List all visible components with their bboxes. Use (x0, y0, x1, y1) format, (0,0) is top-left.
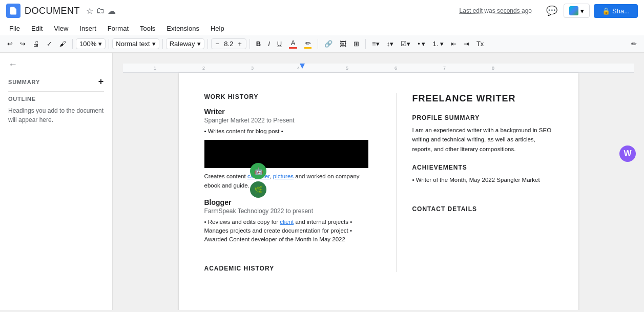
clear-format-button[interactable]: Tx (473, 38, 487, 49)
job1-link2[interactable]: pictures (273, 173, 294, 179)
menu-insert[interactable]: Insert (74, 23, 101, 34)
academic-history-label: ACADEMIC HISTORY (204, 265, 376, 272)
menu-bar: File Edit View Insert Format Tools Exten… (0, 22, 644, 35)
indent-less-button[interactable]: ⇤ (448, 38, 460, 49)
last-edit-text: Last edit was seconds ago (460, 7, 532, 14)
document-page: WORK HISTORY Writer Spangler Market 2022… (179, 73, 578, 310)
link-button[interactable]: 🔗 (321, 38, 336, 49)
job1-desc: Creates content calender, pictures and w… (204, 172, 376, 190)
svg-text:4: 4 (297, 66, 300, 71)
user-avatar: W (619, 145, 636, 162)
svg-text:5: 5 (346, 66, 348, 71)
bullet-list-button[interactable]: • ▾ (414, 38, 428, 49)
zoom-dropdown[interactable]: 100% ▾ (76, 38, 106, 49)
folder-icon[interactable]: 🗂 (96, 6, 105, 15)
meet-icon (569, 6, 578, 15)
cloud-icon[interactable]: ☁ (108, 6, 116, 16)
ai-tool-button-1[interactable]: 🤖 (250, 163, 266, 179)
sidebar-outline-label: OUTLINE (8, 96, 104, 102)
svg-text:6: 6 (394, 66, 397, 71)
doc-right-column: FREELANCE WRITER PROFILE SUMMARY I am an… (396, 93, 552, 272)
job1-bullet1: • Writes content for blog post • (204, 127, 376, 136)
job2-title: Blogger (204, 198, 376, 206)
font-size-control: − + (211, 38, 246, 49)
insert-button[interactable]: ⊞ (350, 38, 362, 49)
align-button[interactable]: ≡▾ (369, 38, 383, 49)
job1-company: Spangler Market 2022 to Present (204, 117, 376, 124)
profile-summary-title: PROFILE SUMMARY (412, 114, 552, 121)
floating-tools: 🤖 🌿 (250, 163, 266, 198)
bold-button[interactable]: B (253, 38, 264, 49)
numbered-list-button[interactable]: 1. ▾ (429, 38, 446, 49)
menu-extensions[interactable]: Extensions (161, 23, 204, 34)
separator-1 (72, 39, 73, 49)
font-size-input[interactable] (221, 40, 236, 48)
sidebar: ← SUMMARY + OUTLINE Headings you add to … (0, 53, 113, 310)
sidebar-summary-label: SUMMARY (8, 79, 40, 85)
meet-button[interactable]: ▾ (564, 4, 590, 18)
contact-section: CONTACT DETAILS (412, 205, 552, 213)
sidebar-add-button[interactable]: + (98, 76, 104, 87)
toolbar: ↩ ↪ 🖨 ✓ 🖌 100% ▾ Normal text ▾ Raleway ▾… (0, 35, 644, 53)
document-area: 1 2 3 4 5 6 7 8 🤖 🌿 W WORK H (113, 53, 644, 310)
sidebar-outline-text: Headings you add to the document will ap… (8, 106, 104, 124)
meet-label: ▾ (580, 7, 584, 15)
separator-5 (250, 39, 250, 49)
svg-text:1: 1 (154, 66, 156, 71)
menu-edit[interactable]: Edit (26, 23, 48, 34)
font-size-increase[interactable]: + (236, 39, 244, 48)
line-spacing-button[interactable]: ↕▾ (384, 38, 397, 49)
redo-button[interactable]: ↪ (17, 38, 29, 49)
separator-3 (162, 39, 163, 49)
undo-button[interactable]: ↩ (4, 38, 16, 49)
star-icon[interactable]: ☆ (86, 6, 93, 16)
sidebar-divider (8, 91, 104, 92)
font-size-decrease[interactable]: − (214, 39, 222, 48)
separator-4 (207, 39, 208, 49)
app-icon (6, 4, 20, 18)
italic-button[interactable]: I (265, 38, 273, 49)
svg-text:2: 2 (202, 66, 205, 71)
font-dropdown[interactable]: Raleway ▾ (166, 38, 204, 49)
separator-2 (109, 39, 109, 49)
spellcheck-button[interactable]: ✓ (44, 38, 55, 49)
menu-file[interactable]: File (4, 23, 25, 34)
separator-7 (365, 39, 366, 49)
image-button[interactable]: 🖼 (337, 38, 349, 49)
work-history-heading: WORK HISTORY (204, 93, 376, 100)
share-button[interactable]: 🔒 Sha... (594, 4, 638, 18)
edit-pen-button[interactable]: ✏ (628, 38, 640, 49)
print-button[interactable]: 🖨 (30, 38, 43, 49)
indent-more-button[interactable]: ⇥ (461, 38, 472, 49)
menu-tools[interactable]: Tools (135, 23, 160, 34)
menu-help[interactable]: Help (205, 23, 230, 34)
achievements-section: ACHIEVEMENTS • Writer of the Month, May … (412, 164, 552, 184)
menu-format[interactable]: Format (102, 23, 134, 34)
profile-summary-text: I am an experienced writer with a backgr… (412, 126, 552, 154)
doc-left-column: WORK HISTORY Writer Spangler Market 2022… (204, 93, 376, 272)
comments-icon[interactable]: 💬 (544, 3, 559, 18)
document-title: DOCUMENT (25, 6, 80, 16)
job1-title: Writer (204, 108, 376, 116)
svg-text:3: 3 (251, 66, 254, 71)
achievements-title: ACHIEVEMENTS (412, 164, 552, 171)
paint-format-button[interactable]: 🖌 (56, 38, 69, 49)
freelance-writer-title: FREELANCE WRITER (412, 93, 552, 104)
highlight-button[interactable]: ✏ (301, 38, 315, 50)
underline-button[interactable]: U (274, 38, 285, 49)
sidebar-back-button[interactable]: ← (8, 59, 104, 70)
ruler: 1 2 3 4 5 6 7 8 (123, 64, 634, 73)
ai-tool-button-2[interactable]: 🌿 (250, 181, 266, 198)
svg-text:7: 7 (443, 66, 446, 71)
style-dropdown[interactable]: Normal text ▾ (112, 38, 159, 49)
redacted-image-block (204, 140, 368, 168)
menu-view[interactable]: View (49, 23, 73, 34)
svg-text:8: 8 (492, 66, 494, 71)
text-color-button[interactable]: A (286, 37, 300, 50)
job2-company: FarmSpeak Technology 2022 to present (204, 207, 376, 215)
contact-title: CONTACT DETAILS (412, 205, 552, 213)
checklist-button[interactable]: ☑▾ (398, 38, 413, 49)
svg-rect-0 (123, 64, 634, 73)
job2-link1[interactable]: client (280, 219, 294, 225)
job2-desc: • Reviews and edits copy for client and … (204, 218, 376, 244)
